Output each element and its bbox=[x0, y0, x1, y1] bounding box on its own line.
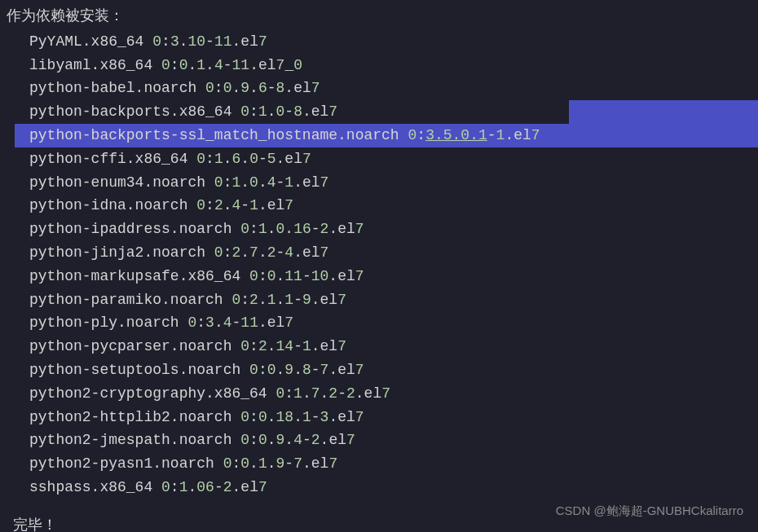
package-text: sshpass.x86_64 0:1.06-2.el7 bbox=[7, 476, 758, 499]
package-text: python-pycparser.noarch 0:2.14-1.el7 bbox=[7, 335, 758, 358]
package-row: python-babel.noarch 0:0.9.6-8.el7 bbox=[7, 77, 758, 100]
package-row: python-ipaddress.noarch 0:1.0.16-2.el7 bbox=[7, 218, 758, 241]
package-row: python2-cryptography.x86_64 0:1.7.2-2.el… bbox=[7, 382, 758, 406]
package-text: python2-pyasn1.noarch 0:0.1.9-7.el7 bbox=[7, 452, 758, 476]
package-row: python-cffi.x86_64 0:1.6.0-5.el7 bbox=[7, 147, 758, 171]
package-text: python2-httplib2.noarch 0:0.18.1-3.el7 bbox=[7, 406, 758, 429]
package-row: python-markupsafe.x86_64 0:0.11-10.el7 bbox=[7, 265, 758, 288]
package-row: python-paramiko.noarch 0:2.1.1-9.el7 bbox=[7, 288, 758, 312]
deps-header: 作为依赖被安装： bbox=[7, 5, 758, 29]
package-text: python-setuptools.noarch 0:0.9.8-7.el7 bbox=[7, 358, 758, 382]
package-text: python-ipaddress.noarch 0:1.0.16-2.el7 bbox=[7, 218, 758, 241]
package-row: python-backports.x86_64 0:1.0-8.el7 bbox=[7, 100, 758, 124]
package-row: python-ply.noarch 0:3.4-11.el7 bbox=[7, 311, 758, 335]
package-text: python-idna.noarch 0:2.4-1.el7 bbox=[7, 194, 758, 218]
package-row: python-setuptools.noarch 0:0.9.8-7.el7 bbox=[7, 358, 758, 382]
package-row: python-backports-ssl_match_hostname.noar… bbox=[7, 124, 758, 147]
package-row: python2-pyasn1.noarch 0:0.1.9-7.el7 bbox=[7, 452, 758, 476]
package-text: PyYAML.x86_64 0:3.10-11.el7 bbox=[7, 30, 758, 54]
package-text: python-paramiko.noarch 0:2.1.1-9.el7 bbox=[7, 288, 758, 312]
package-row: python-jinja2.noarch 0:2.7.2-4.el7 bbox=[7, 241, 758, 265]
package-text: libyaml.x86_64 0:0.1.4-11.el7_0 bbox=[7, 54, 758, 77]
package-text: python-backports-ssl_match_hostname.noar… bbox=[7, 124, 758, 147]
package-row: python-idna.noarch 0:2.4-1.el7 bbox=[7, 194, 758, 218]
package-row: sshpass.x86_64 0:1.06-2.el7 bbox=[7, 476, 758, 499]
package-row: python-enum34.noarch 0:1.0.4-1.el7 bbox=[7, 171, 758, 195]
selection-strip bbox=[569, 100, 758, 124]
package-text: python2-cryptography.x86_64 0:1.7.2-2.el… bbox=[7, 382, 758, 406]
package-text: python-ply.noarch 0:3.4-11.el7 bbox=[7, 311, 758, 335]
package-text: python2-jmespath.noarch 0:0.9.4-2.el7 bbox=[7, 429, 758, 452]
package-row: PyYAML.x86_64 0:3.10-11.el7 bbox=[7, 30, 758, 54]
package-text: python-cffi.x86_64 0:1.6.0-5.el7 bbox=[7, 147, 758, 171]
csdn-watermark: CSDN @鲍海超-GNUBHCkalitarro bbox=[556, 501, 743, 521]
package-list: PyYAML.x86_64 0:3.10-11.el7libyaml.x86_6… bbox=[7, 30, 758, 499]
package-text: python-babel.noarch 0:0.9.6-8.el7 bbox=[7, 77, 758, 100]
package-text: python-jinja2.noarch 0:2.7.2-4.el7 bbox=[7, 241, 758, 265]
package-text: python-enum34.noarch 0:1.0.4-1.el7 bbox=[7, 171, 758, 195]
package-text: python-markupsafe.x86_64 0:0.11-10.el7 bbox=[7, 265, 758, 288]
package-row: libyaml.x86_64 0:0.1.4-11.el7_0 bbox=[7, 54, 758, 77]
package-row: python2-httplib2.noarch 0:0.18.1-3.el7 bbox=[7, 406, 758, 429]
package-row: python-pycparser.noarch 0:2.14-1.el7 bbox=[7, 335, 758, 358]
package-row: python2-jmespath.noarch 0:0.9.4-2.el7 bbox=[7, 429, 758, 452]
